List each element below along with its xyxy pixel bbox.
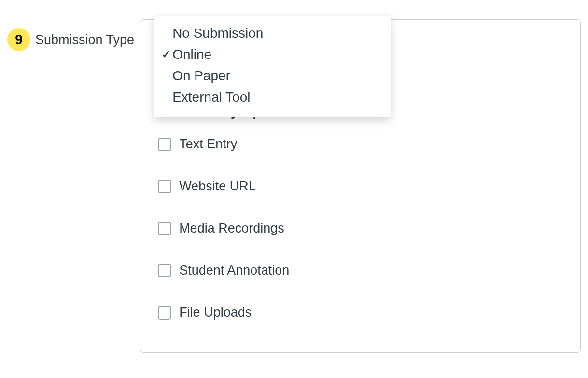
submission-type-row: 9 Submission Type No Submission ✓ Online…	[7, 19, 581, 353]
checkbox-text-entry[interactable]: Text Entry	[158, 137, 563, 152]
submission-type-dropdown[interactable]: No Submission ✓ Online On Paper External…	[154, 16, 391, 117]
dropdown-option-no-submission[interactable]: No Submission	[154, 23, 391, 44]
check-mark-icon: ✓	[162, 48, 172, 61]
checkbox-icon	[158, 180, 171, 193]
checkbox-file-uploads[interactable]: File Uploads	[158, 305, 563, 320]
dropdown-option-label: No Submission	[172, 26, 382, 41]
checkbox-label: File Uploads	[179, 305, 252, 320]
entry-options-list: Text Entry Website URL Media Recordings …	[158, 137, 563, 320]
checkbox-label: Media Recordings	[179, 221, 284, 236]
checkbox-icon	[158, 264, 171, 277]
checkbox-student-annotation[interactable]: Student Annotation	[158, 263, 563, 278]
submission-type-panel: No Submission ✓ Online On Paper External…	[140, 19, 581, 353]
checkbox-media-recordings[interactable]: Media Recordings	[158, 221, 563, 236]
dropdown-option-label: Online	[172, 47, 382, 62]
dropdown-option-online[interactable]: ✓ Online	[154, 44, 391, 65]
checkbox-label: Text Entry	[179, 137, 237, 152]
checkbox-label: Student Annotation	[179, 263, 289, 278]
step-number: 9	[15, 32, 23, 47]
dropdown-option-label: External Tool	[172, 89, 382, 105]
checkbox-icon	[158, 138, 171, 151]
label-group: 9 Submission Type	[7, 19, 134, 51]
section-label: Submission Type	[35, 32, 134, 47]
dropdown-option-label: On Paper	[172, 68, 382, 84]
step-badge: 9	[7, 28, 30, 51]
checkbox-icon	[158, 306, 171, 320]
checkbox-label: Website URL	[179, 179, 256, 194]
dropdown-option-on-paper[interactable]: On Paper	[154, 65, 391, 87]
checkbox-website-url[interactable]: Website URL	[158, 179, 563, 194]
checkbox-icon	[158, 222, 171, 235]
dropdown-option-external-tool[interactable]: External Tool	[154, 87, 391, 108]
